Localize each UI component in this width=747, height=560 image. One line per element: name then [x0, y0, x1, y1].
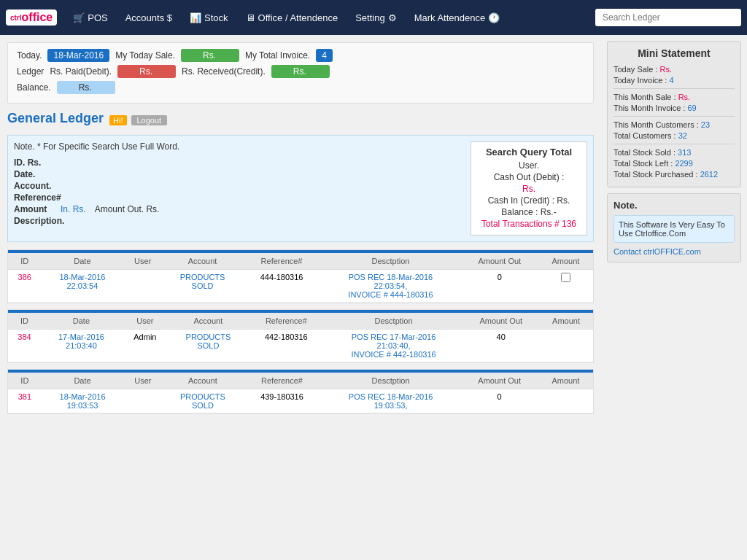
col-reference: Reference#: [243, 253, 320, 270]
main-container: Today. 18-Mar-2016 My Today Sale. Rs. My…: [0, 35, 747, 560]
ledger-label: Ledger: [17, 66, 44, 77]
amount-label: Amount: [14, 204, 58, 214]
row-amount-out-386: 0: [461, 270, 538, 303]
note-search-section: Note. * For Specific Search Use Full Wor…: [7, 135, 594, 242]
row-amount-384: [539, 330, 593, 362]
month-invoice-row: This Month Invoice : 69: [614, 104, 735, 112]
total-customers-row: Total Customers : 32: [614, 131, 735, 140]
col-amount: Amount: [538, 253, 593, 270]
row-amount-out-384: 40: [462, 330, 539, 362]
row-desc-384[interactable]: POS REC 17-Mar-201621:03:40,INVOICE # 44…: [351, 332, 436, 359]
search-query-box: Search Query Total User. Cash Out (Debit…: [471, 141, 587, 236]
month-customers-row: This Month Customers : 23: [614, 120, 735, 129]
row-amount-out-381: 0: [461, 389, 538, 413]
today-sale-row: Today Sale : Rs.: [614, 65, 735, 74]
clock-icon: 🕐: [488, 12, 500, 23]
table-3: ID Date User Account Reference# Desctpti…: [8, 373, 593, 413]
date-label: Date.: [14, 169, 58, 179]
col-amount-2: Amount: [539, 313, 593, 330]
col-id-3: ID: [8, 373, 42, 389]
sq-total-transactions: Total Transactions # 136: [479, 219, 579, 229]
col-description-3: Desctption: [321, 373, 461, 389]
stock-left-row: Total Stock Left : 2299: [614, 159, 735, 168]
row-reference-386: 444-180316: [243, 270, 320, 303]
logo-ctrl: ctrl: [10, 14, 22, 22]
col-reference-3: Reference#: [243, 373, 320, 389]
col-account-3: Account: [162, 373, 243, 389]
nav-office[interactable]: 🖥 Office / Attendence: [239, 8, 346, 28]
search-input[interactable]: [595, 9, 741, 26]
col-amount-out-3: Amount Out: [461, 373, 538, 389]
row-account-381[interactable]: PRODUCTSSOLD: [180, 392, 225, 410]
table-row: 386 18-Mar-201622:03:54 PRODUCTSSOLD 444…: [8, 270, 593, 303]
col-amount-3: Amount: [538, 373, 593, 389]
row-account-386[interactable]: PRODUCTSSOLD: [180, 273, 225, 290]
rs-paid-value: Rs.: [117, 65, 176, 78]
note-panel: Note. This Software Is Very Easy To Use …: [607, 193, 741, 262]
row-date-381: 18-Mar-201619:03:53: [42, 389, 124, 413]
sq-user: User.: [479, 160, 579, 171]
sq-cash-out: Cash Out (Debit) :: [479, 172, 579, 182]
ledger-table-2: ID Date User Account Reference# Desctpti…: [7, 309, 594, 363]
left-panel: Today. 18-Mar-2016 My Today Sale. Rs. My…: [0, 35, 601, 560]
today-date: 18-Mar-2016: [47, 49, 109, 62]
balance-value: Rs.: [57, 81, 115, 94]
nav-stock[interactable]: 📊 Stock: [182, 8, 236, 28]
col-date-2: Date: [41, 313, 122, 330]
nav-accounts[interactable]: Accounts $: [118, 8, 179, 28]
col-user-3: User: [123, 373, 162, 389]
row-reference-381: 439-180316: [243, 389, 320, 413]
sq-balance: Balance : Rs.-: [479, 207, 579, 217]
amount-out-label: Amount Out. Rs.: [95, 204, 160, 214]
col-id-2: ID: [8, 313, 41, 330]
row-checkbox-386[interactable]: [561, 273, 570, 282]
office-icon: 🖥: [246, 12, 255, 23]
my-total-invoice-label: My Total Invoice.: [245, 50, 310, 61]
rs-received-label: Rs. Received(Credit).: [182, 66, 266, 77]
ledger-table-1: ID Date User Account Reference# Desctpti…: [7, 249, 594, 303]
row-user-386: [123, 270, 162, 303]
right-panel: Mini Statement Today Sale : Rs. Today In…: [601, 35, 747, 560]
note-panel-content: This Software Is Very Easy To Use Ctrlof…: [614, 215, 735, 243]
row-amount-381: [538, 389, 593, 413]
stock-icon: 📊: [190, 12, 201, 23]
note-panel-contact: Contact ctrlOFFICE.com: [614, 247, 735, 256]
row-user-381: [123, 389, 162, 413]
row-reference-384: 442-180316: [248, 330, 325, 362]
rs-received-value: Rs.: [271, 65, 330, 78]
nav-stock-label: Stock: [204, 12, 228, 23]
app-logo[interactable]: ctrl office: [6, 9, 57, 26]
logout-button[interactable]: Logout: [131, 115, 168, 125]
my-today-sale-label: My Today Sale.: [115, 50, 175, 61]
nav-pos[interactable]: 🛒 POS: [66, 8, 115, 28]
today-invoice-row: Today Invoice : 4: [614, 76, 735, 85]
row-amount-386: [538, 270, 593, 303]
balance-label: Balance.: [17, 82, 51, 93]
note-text: Note. * For Specific Search Use Full Wor…: [14, 141, 463, 152]
row-desc-386[interactable]: POS REC 18-Mar-201622:03:54,INVOICE # 44…: [348, 273, 433, 299]
row-desc-381[interactable]: POS REC 18-Mar-201619:03:53,: [349, 392, 433, 410]
col-id: ID: [8, 253, 42, 270]
rs-paid-label: Rs. Paid(Debit).: [50, 66, 112, 77]
row-id-381[interactable]: 381: [18, 392, 31, 401]
nav-setting[interactable]: Setting ⚙: [348, 8, 403, 28]
nav-mark-attendance[interactable]: Mark Attendence 🕐: [407, 8, 508, 28]
col-description: Desctption: [320, 253, 461, 270]
sq-cash-in: Cash In (Credit) : Rs.: [479, 195, 579, 206]
today-label: Today.: [17, 50, 42, 61]
description-label: Description.: [14, 216, 64, 226]
col-date: Date: [42, 253, 124, 270]
contact-link[interactable]: ctrlOFFICE.com: [643, 247, 701, 256]
stock-purchased-row: Total Stock Purchased : 2612: [614, 170, 735, 179]
row-account-384[interactable]: PRODUCTSSOLD: [186, 332, 231, 350]
stock-sold-row: Total Stock Sold : 313: [614, 148, 735, 157]
row-user-384: Admin: [122, 330, 169, 362]
table-2: ID Date User Account Reference# Desctpti…: [8, 313, 593, 362]
sq-title: Search Query Total: [479, 147, 579, 158]
row-id-386[interactable]: 386: [18, 273, 31, 281]
nav-pos-label: POS: [88, 12, 107, 23]
row-id-384[interactable]: 384: [18, 332, 31, 341]
hi-badge: Hi!: [109, 115, 126, 125]
account-label: Account.: [14, 181, 58, 191]
header-info: Today. 18-Mar-2016 My Today Sale. Rs. My…: [7, 42, 594, 104]
